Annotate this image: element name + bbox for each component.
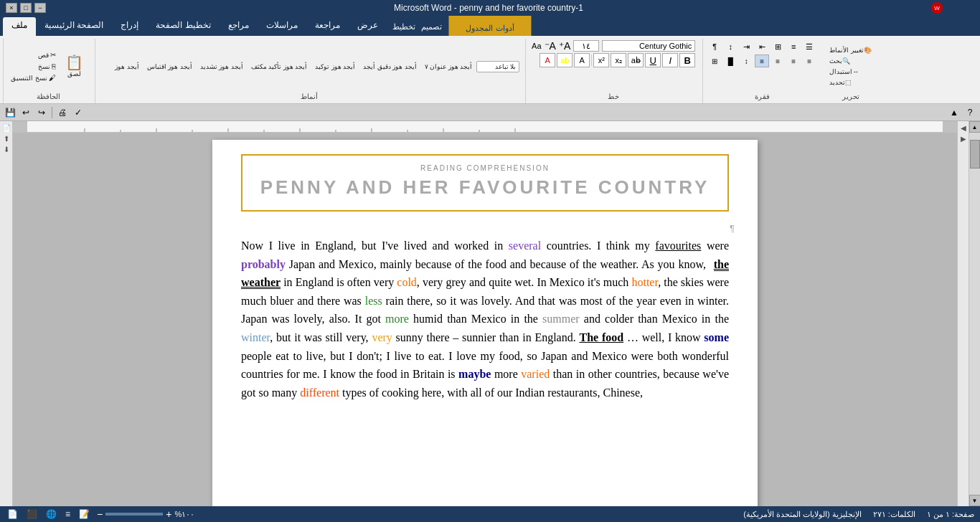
tab-review[interactable]: مراجعة <box>306 17 349 36</box>
align-left-button[interactable]: ≡ <box>802 54 816 67</box>
word-maybe: maybe <box>458 368 491 380</box>
multilevel-button[interactable]: ⊞ <box>771 40 785 53</box>
copy-format-button[interactable]: 🖌 نسخ التنسيق <box>8 72 59 83</box>
maximize-button[interactable]: □ <box>20 3 32 13</box>
help-button[interactable]: ? <box>963 106 977 119</box>
select-icon: ⬚ <box>845 79 852 86</box>
print-layout-view-button[interactable]: 📄 <box>6 509 19 519</box>
right-sidebar-icon-1[interactable]: ◀ <box>961 124 966 132</box>
bullets-button[interactable]: ☰ <box>802 40 816 53</box>
styles-buttons: بلا تباعد أيجد هوز عنوان ٧ أيجد هوز دقيق… <box>100 40 520 92</box>
underline-button[interactable]: U <box>645 53 661 67</box>
style-heading7[interactable]: أيجد هوز عنوان ٧ <box>421 61 476 72</box>
tab-home[interactable]: الصفحة الرئيسية <box>36 17 112 36</box>
style-quote[interactable]: أيجد هوز اقتباس <box>143 61 196 72</box>
para-marks-button[interactable]: ¶ <box>707 40 722 53</box>
italic-button[interactable]: I <box>662 53 678 67</box>
line-spacing-button[interactable]: ↕ <box>739 54 753 67</box>
svg-rect-0 <box>13 121 957 133</box>
tab-file[interactable]: ملف <box>3 17 36 36</box>
font-shrink-button[interactable]: A⁻ <box>545 40 556 52</box>
style-strong[interactable]: أيجد هوز تشديد <box>197 61 247 72</box>
adoat-label[interactable]: أدوات المجدول <box>466 24 514 36</box>
increase-indent-button[interactable]: ⇥ <box>739 40 753 53</box>
save-quick-button[interactable]: 💾 <box>3 106 17 119</box>
scroll-track[interactable] <box>969 133 981 495</box>
minimize-ribbon-button[interactable]: ▲ <box>947 106 961 119</box>
justify-button[interactable]: ≡ <box>755 54 769 67</box>
tab-mail[interactable]: مراسلات <box>258 17 306 36</box>
style-normal[interactable]: أيجد هوز <box>100 61 143 72</box>
zoom-out-button[interactable]: − <box>97 508 103 520</box>
print-quick-button[interactable]: 🖨 <box>55 106 70 119</box>
styles-icon: 🎨 <box>864 47 872 54</box>
scroll-up-button[interactable]: ▲ <box>969 121 981 133</box>
bold-button[interactable]: B <box>679 53 695 67</box>
font-size-input[interactable] <box>573 40 599 52</box>
replace-button[interactable]: ↔ استبدال <box>826 67 862 77</box>
style-intense[interactable]: أيجد هوز تأكيد مكثف <box>248 61 311 72</box>
vertical-scrollbar[interactable]: ▲ ▼ <box>969 121 980 506</box>
editing-group: 🎨 تغيير الأنماط 🔍 بحث ↔ استبدال ⬚ تحديد … <box>822 39 879 103</box>
text-effect-button[interactable]: A <box>574 53 590 67</box>
document-scroll-area[interactable]: READING COMPREHENSION PENNY AND HER FAVO… <box>13 133 957 506</box>
tab-layout[interactable]: تخطيط الصفحة <box>147 17 219 36</box>
draft-view-button[interactable]: 📝 <box>77 509 91 519</box>
highlight-button[interactable]: ab <box>557 53 573 67</box>
paste-button[interactable]: 📋 لصق <box>60 54 89 79</box>
subscript-button[interactable]: x₂ <box>611 53 626 67</box>
font-color-button[interactable]: A <box>540 53 555 67</box>
align-right-button[interactable]: ≡ <box>771 54 785 67</box>
paragraph-label: فقرة <box>707 92 816 102</box>
find-button[interactable]: 🔍 بحث <box>826 56 853 66</box>
cut-button[interactable]: ✂ قص <box>8 49 59 60</box>
outline-view-button[interactable]: ≡ <box>64 509 72 519</box>
close-button[interactable]: × <box>6 3 17 13</box>
sort-button[interactable]: ↕ <box>723 40 738 53</box>
spell-check-quick-button[interactable]: ✓ <box>71 106 85 119</box>
word-several: several <box>509 239 541 252</box>
adoat-tab1[interactable]: تصميم <box>421 22 442 32</box>
style-emphasis[interactable]: أيجد هوز توكيد <box>311 61 359 72</box>
strikethrough-button[interactable]: ab̶ <box>628 53 644 67</box>
change-styles-button[interactable]: 🎨 تغيير الأنماط <box>826 45 875 55</box>
web-layout-view-button[interactable]: 🌐 <box>44 509 58 519</box>
change-case-button[interactable]: Aa <box>532 42 541 50</box>
document-body[interactable]: Now I live in England, but I've lived an… <box>241 237 729 402</box>
word-food-bold: The food <box>579 331 623 343</box>
font-name-input[interactable] <box>602 40 695 52</box>
tab-refs[interactable]: مراجع <box>220 17 258 36</box>
scroll-thumb[interactable] <box>970 140 980 169</box>
superscript-button[interactable]: x² <box>593 53 609 67</box>
style-subtle[interactable]: أيجد هوز دقيق أيجد <box>359 61 420 72</box>
copy-button[interactable]: ⎘ نسخ <box>8 61 59 72</box>
adoat-tab2[interactable]: تخطيط <box>392 22 415 32</box>
align-center-button[interactable]: ≡ <box>786 54 801 67</box>
decrease-indent-button[interactable]: ⇤ <box>755 40 769 53</box>
font-grow-button[interactable]: A⁺ <box>559 40 570 52</box>
right-sidebar-icon-2[interactable]: ▶ <box>961 135 966 143</box>
styles-group: بلا تباعد أيجد هوز عنوان ٧ أيجد هوز دقيق… <box>95 39 524 103</box>
zoom-in-button[interactable]: + <box>166 508 171 520</box>
undo-quick-button[interactable]: ↩ <box>19 106 33 119</box>
numbering-button[interactable]: ≡ <box>786 40 801 53</box>
style-no-spacing[interactable]: بلا تباعد <box>476 61 519 72</box>
word-very-yellow: very <box>372 331 392 343</box>
paste-icon: 📋 <box>65 55 83 70</box>
shading-button[interactable]: █ <box>723 54 738 67</box>
find-icon: 🔍 <box>842 57 850 65</box>
minimize-button[interactable]: − <box>34 3 46 13</box>
right-sidebar: ◀ ▶ <box>957 121 969 506</box>
paragraph-top-row: ☰ ≡ ⊞ ⇤ ⇥ ↕ ¶ <box>707 40 816 53</box>
tab-view[interactable]: عرض <box>349 17 387 36</box>
select-button[interactable]: ⬚ تحديد <box>826 77 854 87</box>
zoom-slider[interactable] <box>105 513 163 516</box>
redo-quick-button[interactable]: ↪ <box>34 106 49 119</box>
sidebar-icon-3[interactable]: ⬇ <box>4 146 9 153</box>
borders-button[interactable]: ⊞ <box>707 54 722 67</box>
sidebar-icon-1[interactable]: 📄 <box>2 124 11 132</box>
sidebar-icon-2[interactable]: ⬆ <box>4 135 9 143</box>
full-screen-view-button[interactable]: ⬛ <box>25 509 39 519</box>
scroll-down-button[interactable]: ▼ <box>969 495 981 506</box>
tab-insert[interactable]: إدراج <box>112 17 147 36</box>
